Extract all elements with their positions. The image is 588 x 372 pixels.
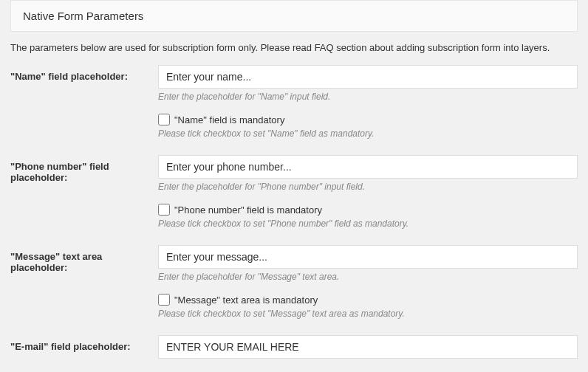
phone-mandatory-hint: Please tick checkbox to set "Phone numbe… [158,218,578,229]
panel-title: Native Form Parameters [23,10,565,22]
message-mandatory-hint: Please tick checkbox to set "Message" te… [158,309,578,319]
panel-description: The parameters below are used for subscr… [0,42,588,65]
name-placeholder-row: "Name" field placeholder: Enter the plac… [0,65,588,108]
phone-placeholder-hint: Enter the placeholder for "Phone number"… [158,182,578,192]
message-placeholder-input[interactable] [158,245,578,269]
name-placeholder-hint: Enter the placeholder for "Name" input f… [158,92,578,102]
message-placeholder-label: "Message" text area placeholder: [10,245,158,273]
phone-mandatory-row: "Phone number" field is mandatory Please… [0,204,588,235]
message-placeholder-hint: Enter the placeholder for "Message" text… [158,272,578,282]
name-mandatory-label: "Name" field is mandatory [174,114,284,125]
phone-placeholder-row: "Phone number" field placeholder: Enter … [0,155,588,198]
name-placeholder-label: "Name" field placeholder: [10,65,158,82]
name-placeholder-input[interactable] [158,65,578,89]
email-placeholder-input[interactable] [158,335,578,359]
email-placeholder-row: "E-mail" field placeholder: [0,335,588,365]
phone-placeholder-label: "Phone number" field placeholder: [10,155,158,183]
message-mandatory-label: "Message" text area is mandatory [174,294,318,306]
phone-mandatory-label: "Phone number" field is mandatory [174,204,322,216]
name-mandatory-hint: Please tick checkbox to set "Name" field… [158,128,578,139]
message-mandatory-checkbox[interactable] [158,294,170,306]
name-mandatory-checkbox[interactable] [158,114,170,125]
message-mandatory-row: "Message" text area is mandatory Please … [0,294,588,325]
phone-mandatory-checkbox[interactable] [158,204,170,216]
message-placeholder-row: "Message" text area placeholder: Enter t… [0,245,588,288]
name-mandatory-row: "Name" field is mandatory Please tick ch… [0,114,588,145]
email-placeholder-label: "E-mail" field placeholder: [10,335,158,352]
phone-placeholder-input[interactable] [158,155,578,179]
panel-header: Native Form Parameters [10,0,578,32]
